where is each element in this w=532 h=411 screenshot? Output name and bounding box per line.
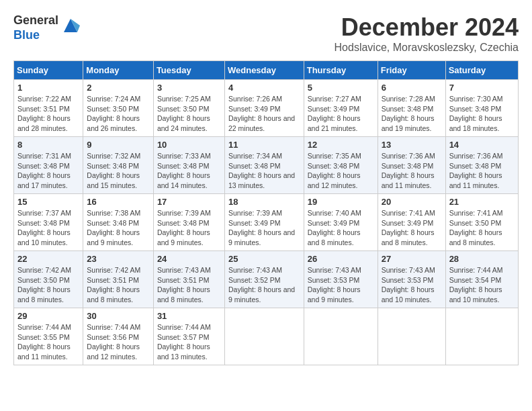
day-number: 15 [17,197,79,207]
calendar-day-2: 2Sunrise: 7:24 AMSunset: 3:50 PMDaylight… [83,80,154,137]
day-number: 6 [382,83,442,93]
day-detail: Sunrise: 7:32 AMSunset: 3:48 PMDaylight:… [87,151,150,191]
logo-blue: Blue [13,28,40,42]
calendar-day-11: 11Sunrise: 7:34 AMSunset: 3:48 PMDayligh… [224,137,304,194]
day-number: 7 [449,83,515,93]
day-detail: Sunrise: 7:27 AMSunset: 3:49 PMDaylight:… [308,94,374,134]
calendar-day-21: 21Sunrise: 7:41 AMSunset: 3:50 PMDayligh… [445,194,518,251]
title-block: December 2024 Hodslavice, Moravskoslezsk… [335,13,519,54]
day-number: 26 [308,254,374,264]
calendar-day-25: 25Sunrise: 7:43 AMSunset: 3:52 PMDayligh… [224,251,304,308]
calendar-day-24: 24Sunrise: 7:43 AMSunset: 3:51 PMDayligh… [153,251,224,308]
day-detail: Sunrise: 7:42 AMSunset: 3:51 PMDaylight:… [87,265,150,305]
weekday-header-sunday: Sunday [14,61,83,80]
day-number: 3 [157,83,221,93]
calendar-day-19: 19Sunrise: 7:40 AMSunset: 3:49 PMDayligh… [304,194,378,251]
calendar-week-2: 8Sunrise: 7:31 AMSunset: 3:48 PMDaylight… [14,137,519,194]
day-detail: Sunrise: 7:39 AMSunset: 3:49 PMDaylight:… [228,208,300,248]
day-detail: Sunrise: 7:36 AMSunset: 3:48 PMDaylight:… [449,151,515,191]
calendar-day-1: 1Sunrise: 7:22 AMSunset: 3:51 PMDaylight… [14,80,83,137]
calendar-day-7: 7Sunrise: 7:30 AMSunset: 3:48 PMDaylight… [445,80,518,137]
day-detail: Sunrise: 7:41 AMSunset: 3:49 PMDaylight:… [382,208,442,248]
day-detail: Sunrise: 7:22 AMSunset: 3:51 PMDaylight:… [17,94,79,134]
page-header: General Blue December 2024 Hodslavice, M… [13,13,519,54]
calendar-day-26: 26Sunrise: 7:43 AMSunset: 3:53 PMDayligh… [304,251,378,308]
day-number: 28 [449,254,515,264]
day-number: 22 [17,254,79,264]
calendar-day-4: 4Sunrise: 7:26 AMSunset: 3:49 PMDaylight… [224,80,304,137]
day-detail: Sunrise: 7:28 AMSunset: 3:48 PMDaylight:… [382,94,442,134]
day-detail: Sunrise: 7:25 AMSunset: 3:50 PMDaylight:… [157,94,221,134]
day-number: 12 [308,140,374,150]
day-detail: Sunrise: 7:43 AMSunset: 3:53 PMDaylight:… [382,265,442,305]
calendar-week-5: 29Sunrise: 7:44 AMSunset: 3:55 PMDayligh… [14,308,519,365]
calendar-day-23: 23Sunrise: 7:42 AMSunset: 3:51 PMDayligh… [83,251,154,308]
calendar-day-12: 12Sunrise: 7:35 AMSunset: 3:48 PMDayligh… [304,137,378,194]
day-detail: Sunrise: 7:43 AMSunset: 3:53 PMDaylight:… [308,265,374,305]
day-number: 14 [449,140,515,150]
day-detail: Sunrise: 7:38 AMSunset: 3:48 PMDaylight:… [87,208,150,248]
day-detail: Sunrise: 7:44 AMSunset: 3:57 PMDaylight:… [157,322,221,362]
calendar-day-15: 15Sunrise: 7:37 AMSunset: 3:48 PMDayligh… [14,194,83,251]
logo-icon [61,16,80,35]
day-number: 25 [228,254,300,264]
day-detail: Sunrise: 7:36 AMSunset: 3:48 PMDaylight:… [382,151,442,191]
day-number: 11 [228,140,300,150]
calendar-day-9: 9Sunrise: 7:32 AMSunset: 3:48 PMDaylight… [83,137,154,194]
day-detail: Sunrise: 7:41 AMSunset: 3:50 PMDaylight:… [449,208,515,248]
day-detail: Sunrise: 7:43 AMSunset: 3:51 PMDaylight:… [157,265,221,305]
weekday-header-monday: Monday [83,61,154,80]
day-number: 30 [87,311,150,321]
empty-cell [445,308,518,365]
weekday-header-friday: Friday [378,61,445,80]
weekday-header-row: SundayMondayTuesdayWednesdayThursdayFrid… [14,61,519,80]
day-number: 21 [449,197,515,207]
calendar-day-27: 27Sunrise: 7:43 AMSunset: 3:53 PMDayligh… [378,251,445,308]
calendar-day-10: 10Sunrise: 7:33 AMSunset: 3:48 PMDayligh… [153,137,224,194]
day-detail: Sunrise: 7:44 AMSunset: 3:55 PMDaylight:… [17,322,79,362]
day-detail: Sunrise: 7:24 AMSunset: 3:50 PMDaylight:… [87,94,150,134]
day-detail: Sunrise: 7:44 AMSunset: 3:54 PMDaylight:… [449,265,515,305]
calendar-day-5: 5Sunrise: 7:27 AMSunset: 3:49 PMDaylight… [304,80,378,137]
calendar-day-22: 22Sunrise: 7:42 AMSunset: 3:50 PMDayligh… [14,251,83,308]
weekday-header-thursday: Thursday [304,61,378,80]
day-detail: Sunrise: 7:44 AMSunset: 3:56 PMDaylight:… [87,322,150,362]
day-detail: Sunrise: 7:30 AMSunset: 3:48 PMDaylight:… [449,94,515,134]
day-number: 2 [87,83,150,93]
day-number: 19 [308,197,374,207]
weekday-header-tuesday: Tuesday [153,61,224,80]
weekday-header-saturday: Saturday [445,61,518,80]
day-number: 18 [228,197,300,207]
calendar-day-8: 8Sunrise: 7:31 AMSunset: 3:48 PMDaylight… [14,137,83,194]
calendar-week-1: 1Sunrise: 7:22 AMSunset: 3:51 PMDaylight… [14,80,519,137]
logo: General Blue [13,13,80,42]
day-number: 16 [87,197,150,207]
calendar-day-14: 14Sunrise: 7:36 AMSunset: 3:48 PMDayligh… [445,137,518,194]
day-detail: Sunrise: 7:26 AMSunset: 3:49 PMDaylight:… [228,94,300,134]
day-detail: Sunrise: 7:43 AMSunset: 3:52 PMDaylight:… [228,265,300,305]
calendar-day-18: 18Sunrise: 7:39 AMSunset: 3:49 PMDayligh… [224,194,304,251]
calendar-week-4: 22Sunrise: 7:42 AMSunset: 3:50 PMDayligh… [14,251,519,308]
calendar-day-20: 20Sunrise: 7:41 AMSunset: 3:49 PMDayligh… [378,194,445,251]
day-detail: Sunrise: 7:40 AMSunset: 3:49 PMDaylight:… [308,208,374,248]
day-number: 1 [17,83,79,93]
calendar-day-13: 13Sunrise: 7:36 AMSunset: 3:48 PMDayligh… [378,137,445,194]
weekday-header-wednesday: Wednesday [224,61,304,80]
calendar-table: SundayMondayTuesdayWednesdayThursdayFrid… [13,60,519,365]
day-detail: Sunrise: 7:42 AMSunset: 3:50 PMDaylight:… [17,265,79,305]
empty-cell [304,308,378,365]
day-number: 13 [382,140,442,150]
day-detail: Sunrise: 7:31 AMSunset: 3:48 PMDaylight:… [17,151,79,191]
day-number: 29 [17,311,79,321]
month-title: December 2024 [335,13,519,42]
calendar-day-28: 28Sunrise: 7:44 AMSunset: 3:54 PMDayligh… [445,251,518,308]
day-number: 24 [157,254,221,264]
day-detail: Sunrise: 7:34 AMSunset: 3:48 PMDaylight:… [228,151,300,191]
day-number: 5 [308,83,374,93]
day-number: 8 [17,140,79,150]
empty-cell [224,308,304,365]
day-detail: Sunrise: 7:39 AMSunset: 3:48 PMDaylight:… [157,208,221,248]
day-number: 4 [228,83,300,93]
calendar-day-3: 3Sunrise: 7:25 AMSunset: 3:50 PMDaylight… [153,80,224,137]
empty-cell [378,308,445,365]
